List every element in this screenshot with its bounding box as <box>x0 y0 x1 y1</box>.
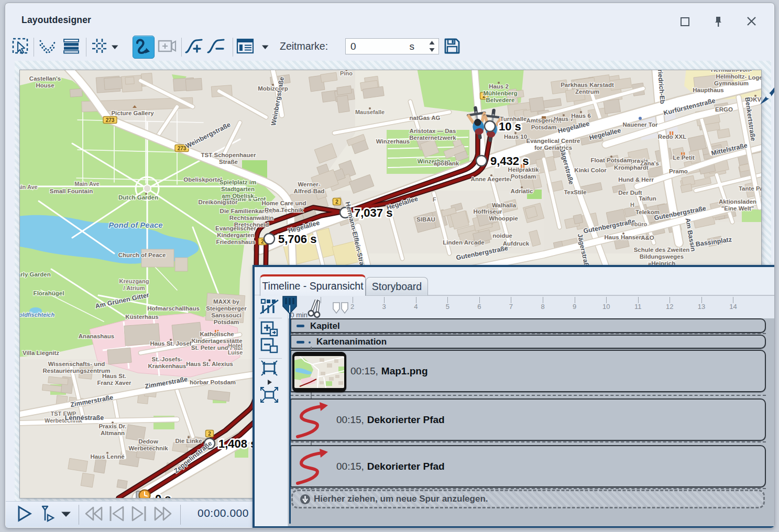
ruler-number: 8 <box>541 303 544 311</box>
road-number-text: 2 <box>335 199 338 205</box>
skip-to-start-button[interactable] <box>105 503 128 526</box>
remove-track-icon <box>260 337 280 354</box>
flyout-arrow-icon <box>267 379 272 385</box>
map-label: Walhalla <box>492 202 517 208</box>
grid-dropdown-button[interactable] <box>108 36 122 59</box>
layout-table-dropdown-button[interactable] <box>258 36 272 59</box>
remove-path-node-button[interactable] <box>206 36 228 59</box>
map-label: Adriatic <box>511 188 533 194</box>
zoom-fit-all-button[interactable] <box>255 386 285 404</box>
layoutdesigner-window: Layoutdesigner <box>5 3 775 528</box>
map-label: Haus 10 <box>504 134 527 140</box>
grid-button[interactable] <box>89 36 111 59</box>
add-path-node-button[interactable] <box>184 36 206 59</box>
new-track-drop-zone[interactable]: Hierher ziehen, um neue Spur anzulegen. <box>291 490 765 508</box>
map-label: Haus Hansen <box>605 234 643 240</box>
track-name: Dekorierter Pfad <box>367 414 445 426</box>
ruler-number: 4 <box>414 303 418 311</box>
split-range-icon[interactable] <box>332 302 349 315</box>
pin-icon <box>713 16 723 28</box>
remove-track-button[interactable] <box>255 337 285 354</box>
map-label: Linden Arcade <box>443 239 484 246</box>
zeitmarke-spinner[interactable] <box>426 40 437 53</box>
zoom-fit-all-icon <box>259 386 280 404</box>
save-button[interactable] <box>441 36 463 59</box>
ruler-number: 9 <box>573 303 576 311</box>
select-rectangle-icon <box>12 37 29 57</box>
map-label: Werner-Alfred-Bad <box>294 181 325 194</box>
chevron-down-icon <box>61 510 71 519</box>
rewind-button[interactable] <box>82 503 105 526</box>
lanes-button[interactable] <box>60 36 82 59</box>
track-duration: 00:15, <box>336 414 364 426</box>
zoom-fit-selection-button[interactable] <box>255 360 285 376</box>
track-pfad2-label: 00:15, Dekorierter Pfad <box>336 445 445 487</box>
timeline-tabstrip: Timeline - Spuransicht Storyboard <box>255 267 775 295</box>
close-button[interactable] <box>742 14 760 29</box>
waypoint-time-label: 0 s <box>155 492 171 498</box>
collapse-icon[interactable] <box>297 341 304 343</box>
map-label: Aktionsladen"Eine Welt" <box>719 198 756 212</box>
tab-label: Storyboard <box>372 281 422 293</box>
path-points-button[interactable] <box>37 36 59 59</box>
add-path-node-icon <box>184 37 205 58</box>
map-label: Pramo <box>669 168 688 174</box>
cut-scissors-icon[interactable] <box>305 300 324 318</box>
waypoint-circle[interactable] <box>476 156 487 166</box>
playhead-line[interactable] <box>289 312 291 524</box>
fast-forward-button[interactable] <box>150 503 175 526</box>
group-row-kapitel[interactable]: Kapitel <box>290 318 766 333</box>
camera-keyframe-button[interactable] <box>156 36 178 59</box>
zeitmarke-field[interactable]: 0 s <box>345 38 439 54</box>
collapse-icon[interactable] <box>297 325 304 327</box>
play-options-dropdown[interactable] <box>58 503 74 526</box>
skip-to-end-button[interactable] <box>127 503 150 526</box>
decorated-path-icon <box>135 37 152 57</box>
layout-table-icon <box>236 38 255 57</box>
map-label: Villa Liegnitz <box>23 350 59 356</box>
map-label: Pond of Peace <box>108 220 162 229</box>
playhead-marker[interactable] <box>282 296 297 315</box>
map-label: EvangelischerKindergartenFriedenshaus <box>215 225 257 245</box>
map-label: Tante Pau <box>739 185 761 192</box>
map-label: Kinki Color <box>574 167 607 173</box>
waypoint-circle[interactable] <box>485 121 495 131</box>
zeitmarke-value[interactable]: 0 <box>346 41 410 52</box>
map-label: Nauener Tor <box>623 121 658 128</box>
tab-label: Timeline - Spuransicht <box>262 280 363 292</box>
track-name: Dekorierter Pfad <box>367 461 445 472</box>
red-s-curve-icon <box>294 448 329 485</box>
map-label: Main Ave <box>20 184 38 190</box>
add-track-button[interactable] <box>255 320 285 337</box>
map-label: Home Care undReha Technik <box>262 200 306 213</box>
pin-button[interactable] <box>709 14 727 29</box>
ruler-number: 6 <box>477 303 481 311</box>
brush-cursor-icon <box>757 78 775 107</box>
tab-storyboard[interactable]: Storyboard <box>366 277 428 296</box>
spinner-up-icon <box>429 40 435 45</box>
camera-keyframe-icon <box>157 39 177 55</box>
map-label: St.-Josefs-Krankenhaus <box>148 356 186 369</box>
layout-table-button[interactable] <box>234 36 256 59</box>
waypoint-circle[interactable] <box>264 234 275 244</box>
track-duration: 00:15, <box>350 365 378 377</box>
toolstrip-separator <box>259 318 282 318</box>
select-rectangle-button[interactable] <box>9 36 31 59</box>
map-label: Haupthaus <box>693 87 723 93</box>
map-label: apoBank <box>434 160 459 167</box>
toggle-track-display-button[interactable] <box>255 297 285 315</box>
play-from-marker-button[interactable] <box>36 503 57 526</box>
decorated-path-button[interactable] <box>133 36 155 59</box>
timeline-ruler[interactable]: 234567891011121314 <box>288 295 775 318</box>
waypoint-time-label: 5,706 s <box>278 232 316 246</box>
tab-timeline-spuransicht[interactable]: Timeline - Spuransicht <box>260 274 366 296</box>
map-label: MühlenbergBelvedere <box>483 90 517 103</box>
track-name: Map1.png <box>381 365 428 377</box>
play-button[interactable] <box>14 503 35 526</box>
ruler-number: 3 <box>382 303 386 311</box>
waypoint-start-marker[interactable] <box>136 490 150 498</box>
maximize-button[interactable] <box>676 14 694 29</box>
map-label: Küsterhaus <box>125 314 158 320</box>
group-row-kartenanimation[interactable]: Kartenanimation <box>290 335 766 349</box>
zoom-fit-flyout-arrow[interactable] <box>255 379 285 385</box>
